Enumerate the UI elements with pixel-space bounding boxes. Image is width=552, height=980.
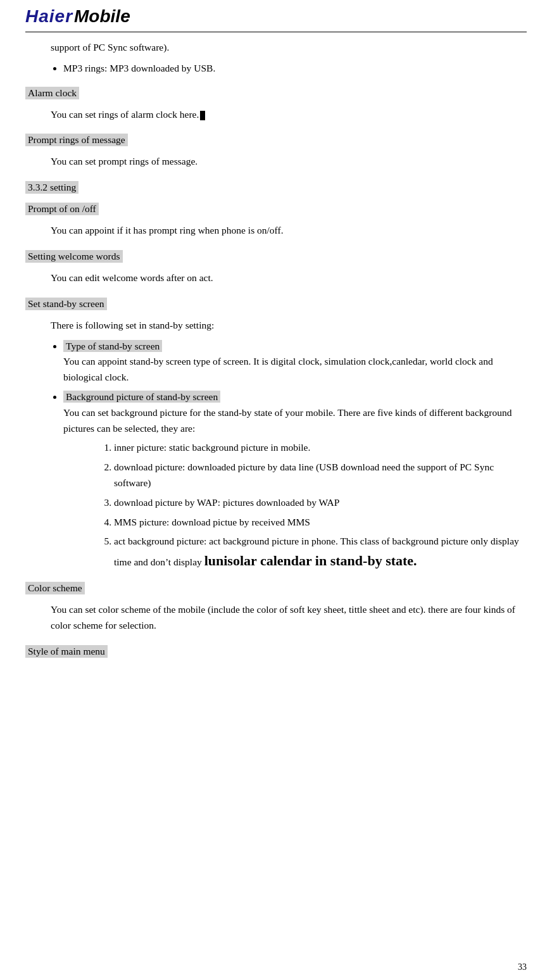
list-item: inner picture: static background picture… (114, 440, 527, 456)
setting-welcome-section: Setting welcome words You can edit welco… (25, 244, 527, 286)
standby-options-list: Type of stand-by screen You can appoint … (63, 339, 527, 572)
bg-picture-item: Background picture of stand-by screen Yo… (63, 389, 527, 572)
list-item: MMS picture: download pictue by received… (114, 515, 527, 531)
color-scheme-label: Color scheme (25, 582, 85, 594)
cursor (200, 111, 205, 120)
logo-mobile: Mobile (74, 6, 130, 27)
prompt-rings-desc: You can set prompt rings of message. (51, 154, 527, 170)
alarm-clock-desc: You can set rings of alarm clock here. (51, 107, 527, 123)
prompt-rings-section: Prompt rings of message You can set prom… (25, 127, 527, 170)
alarm-clock-label: Alarm clock (25, 87, 79, 99)
prompt-rings-label: Prompt rings of message (25, 134, 128, 146)
mp3-item: MP3 rings: MP3 downloaded by USB. (63, 61, 527, 77)
list-item: download picture: downloaded picture by … (114, 460, 527, 491)
main-menu-label: Style of main menu (25, 645, 108, 658)
large-text: lunisolar calendar in stand-by state. (204, 553, 417, 569)
alarm-clock-section: Alarm clock You can set rings of alarm c… (25, 80, 527, 123)
standby-type-desc: You can appoint stand-by screen type of … (63, 356, 493, 382)
set-standby-label: Set stand-by screen (25, 298, 107, 310)
prompt-on-off-label: Prompt of on /off (25, 203, 99, 215)
mp3-list: MP3 rings: MP3 downloaded by USB. (63, 61, 527, 77)
numbered-list: inner picture: static background picture… (114, 440, 527, 572)
page-header: Haier Mobile (25, 0, 527, 32)
standby-type-label: Type of stand-by screen (63, 340, 162, 352)
logo: Haier Mobile (25, 6, 527, 27)
list-item: act background picture: act background p… (114, 534, 527, 572)
set-standby-section: Set stand-by screen There is following s… (25, 291, 527, 572)
prompt-on-off-section: Prompt of on /off You can appoint if it … (25, 196, 527, 239)
section-332: 3.3.2 setting (25, 175, 527, 196)
prompt-on-off-desc: You can appoint if it has prompt ring wh… (51, 223, 527, 239)
color-scheme-desc: You can set color scheme of the mobile (… (51, 602, 527, 634)
section-332-label: 3.3.2 setting (25, 181, 78, 194)
main-content: support of PC Sync software). MP3 rings:… (25, 40, 527, 660)
intro-line: support of PC Sync software). (51, 40, 527, 56)
standby-type-item: Type of stand-by screen You can appoint … (63, 339, 527, 386)
list-item: download picture by WAP: pictures downlo… (114, 495, 527, 511)
logo-haier: Haier (25, 6, 73, 27)
setting-welcome-label: Setting welcome words (25, 250, 123, 263)
bg-picture-desc: You can set background picture for the s… (63, 407, 512, 434)
bg-picture-label: Background picture of stand-by screen (63, 391, 220, 403)
main-menu-section: Style of main menu (25, 639, 527, 660)
page-number: 33 (518, 962, 527, 972)
color-scheme-section: Color scheme You can set color scheme of… (25, 575, 527, 634)
set-standby-intro: There is following set in stand-by setti… (51, 318, 527, 334)
setting-welcome-desc: You can edit welcome words after on act. (51, 270, 527, 286)
